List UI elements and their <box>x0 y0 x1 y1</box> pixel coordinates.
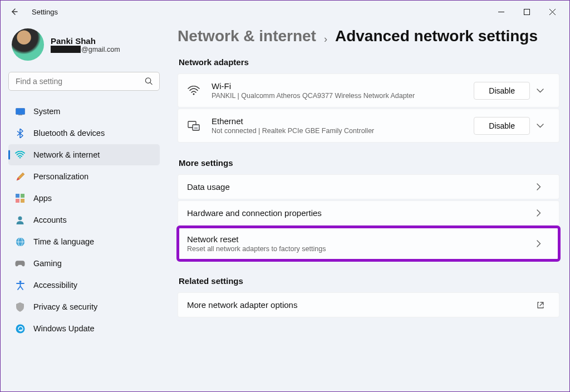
close-button[interactable] <box>539 3 565 21</box>
sidebar-item-apps[interactable]: Apps <box>8 188 160 209</box>
wifi-icon <box>187 86 200 95</box>
breadcrumb: Network & internet › Advanced network se… <box>178 27 559 45</box>
svg-rect-22 <box>193 125 199 130</box>
breadcrumb-parent[interactable]: Network & internet <box>178 27 316 45</box>
maximize-icon <box>524 9 530 15</box>
adapter-wifi-row[interactable]: Wi-Fi PANKIL | Qualcomm Atheros QCA9377 … <box>178 74 559 107</box>
svg-rect-12 <box>16 199 19 203</box>
row-title: Network reset <box>187 234 537 244</box>
sidebar-item-label: Time & language <box>33 237 94 246</box>
svg-rect-13 <box>21 199 24 203</box>
chevron-right-icon <box>537 183 550 190</box>
sidebar-item-label: Privacy & security <box>33 302 97 311</box>
nav-list: System Bluetooth & devices Network & int… <box>8 101 160 339</box>
sidebar-item-label: Windows Update <box>33 324 95 333</box>
sidebar-item-update[interactable]: Windows Update <box>8 318 160 339</box>
chevron-right-icon: › <box>324 33 327 45</box>
back-arrow-icon <box>9 7 18 16</box>
sidebar-item-label: Apps <box>33 194 52 203</box>
svg-rect-7 <box>16 108 24 114</box>
search-input[interactable] <box>8 72 160 91</box>
adapter-subtitle: Not connected | Realtek PCIe GBE Family … <box>212 127 474 135</box>
network-icon <box>15 150 25 160</box>
svg-rect-2 <box>524 9 529 14</box>
svg-rect-8 <box>18 115 22 115</box>
sidebar-item-network[interactable]: Network & internet <box>8 144 160 165</box>
row-title: Hardware and connection properties <box>187 208 537 218</box>
sidebar-item-label: Accounts <box>33 215 67 224</box>
minimize-button[interactable] <box>488 3 514 21</box>
svg-point-20 <box>193 94 195 95</box>
chevron-down-icon[interactable] <box>537 124 550 128</box>
gaming-icon <box>15 258 25 268</box>
minimize-icon <box>498 9 504 15</box>
ethernet-icon <box>187 121 200 131</box>
sidebar-item-gaming[interactable]: Gaming <box>8 253 160 274</box>
sidebar-item-label: Accessibility <box>33 281 77 290</box>
chevron-right-icon <box>537 240 550 247</box>
sidebar-item-label: Network & internet <box>33 150 100 159</box>
svg-line-6 <box>150 82 153 85</box>
sidebar-item-label: Bluetooth & devices <box>33 129 105 138</box>
privacy-icon <box>15 302 25 312</box>
external-link-icon <box>537 301 550 309</box>
sidebar-item-label: System <box>33 107 60 116</box>
avatar <box>12 28 44 61</box>
sidebar: Panki Shah @gmail.com System Bluetooth &… <box>1 23 168 391</box>
row-subtitle: Reset all network adapters to factory se… <box>187 245 537 253</box>
sidebar-item-label: Personalization <box>33 172 89 181</box>
svg-point-14 <box>18 217 22 220</box>
svg-point-18 <box>19 281 21 283</box>
close-icon <box>549 9 556 15</box>
personalization-icon <box>15 171 25 182</box>
adapter-subtitle: PANKIL | Qualcomm Atheros QCA9377 Wirele… <box>212 92 474 100</box>
disable-wifi-button[interactable]: Disable <box>474 82 530 100</box>
svg-rect-10 <box>16 194 19 198</box>
disable-ethernet-button[interactable]: Disable <box>474 117 530 135</box>
back-button[interactable] <box>5 3 23 21</box>
chevron-right-icon <box>537 209 550 217</box>
sidebar-item-accounts[interactable]: Accounts <box>8 209 160 231</box>
sidebar-item-privacy[interactable]: Privacy & security <box>8 296 160 317</box>
page-title: Advanced network settings <box>335 27 538 45</box>
chevron-down-icon[interactable] <box>537 89 550 93</box>
sidebar-item-personalization[interactable]: Personalization <box>8 166 160 187</box>
search-icon <box>145 77 153 86</box>
section-more-title: More settings <box>179 158 559 168</box>
main-content: Network & internet › Advanced network se… <box>168 23 569 391</box>
section-adapters-title: Network adapters <box>179 57 559 67</box>
accounts-icon <box>15 215 25 225</box>
hardware-properties-row[interactable]: Hardware and connection properties <box>178 200 559 226</box>
network-reset-row[interactable]: Network reset Reset all network adapters… <box>178 227 559 261</box>
sidebar-item-system[interactable]: System <box>8 101 160 122</box>
sidebar-item-label: Gaming <box>33 259 62 268</box>
row-title: More network adapter options <box>187 300 537 310</box>
svg-rect-11 <box>21 194 24 198</box>
adapter-title: Ethernet <box>212 116 474 126</box>
system-icon <box>15 106 25 116</box>
accessibility-icon <box>15 280 25 290</box>
adapter-title: Wi-Fi <box>212 81 474 91</box>
more-adapter-options-row[interactable]: More network adapter options <box>178 292 559 317</box>
time-language-icon <box>15 237 25 247</box>
email-redacted <box>51 46 81 53</box>
sidebar-item-time[interactable]: Time & language <box>8 231 160 252</box>
bluetooth-icon <box>15 128 25 138</box>
update-icon <box>15 324 25 334</box>
maximize-button[interactable] <box>514 3 539 21</box>
adapter-ethernet-row[interactable]: Ethernet Not connected | Realtek PCIe GB… <box>178 109 559 143</box>
window-title: Settings <box>32 8 58 16</box>
profile-name: Panki Shah <box>51 36 120 46</box>
profile-block[interactable]: Panki Shah @gmail.com <box>8 26 160 68</box>
apps-icon <box>15 193 25 203</box>
profile-email: @gmail.com <box>51 46 120 53</box>
titlebar: Settings <box>1 1 569 23</box>
row-title: Data usage <box>187 182 537 192</box>
sidebar-item-bluetooth[interactable]: Bluetooth & devices <box>8 122 160 144</box>
section-related-title: Related settings <box>179 276 559 286</box>
sidebar-item-accessibility[interactable]: Accessibility <box>8 275 160 296</box>
svg-point-9 <box>19 157 21 159</box>
data-usage-row[interactable]: Data usage <box>178 174 559 199</box>
svg-point-19 <box>16 324 24 333</box>
